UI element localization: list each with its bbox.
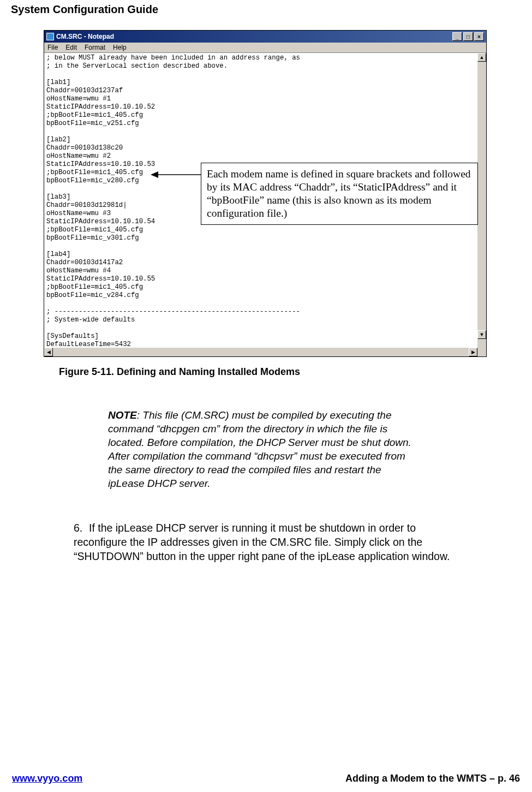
- maximize-button[interactable]: □: [463, 32, 473, 41]
- note-body: : This file (CM.SRC) must be compiled by…: [108, 409, 411, 489]
- notepad-window-title: CM.SRC - Notepad: [56, 33, 114, 40]
- footer-link[interactable]: www.vyyo.com: [12, 773, 82, 784]
- menu-edit[interactable]: Edit: [65, 44, 77, 51]
- figure-caption: Figure 5-11. Defining and Naming Install…: [59, 366, 300, 378]
- menu-format[interactable]: Format: [85, 44, 105, 51]
- note-label: NOTE: [108, 409, 137, 421]
- menu-help[interactable]: Help: [113, 44, 127, 51]
- step-6-number: 6.: [74, 521, 89, 535]
- scroll-left-icon[interactable]: ◀: [44, 348, 53, 356]
- horizontal-scrollbar[interactable]: ◀ ▶: [44, 348, 486, 356]
- note-block: NOTE: This file (CM.SRC) must be compile…: [108, 408, 416, 490]
- notepad-app-icon: [46, 33, 54, 40]
- menu-file[interactable]: File: [47, 44, 58, 51]
- callout-text: Each modem name is defined in square bra…: [207, 168, 471, 219]
- step-6: 6.If the ipLease DHCP server is running …: [74, 521, 467, 563]
- step-6-text: If the ipLease DHCP server is running it…: [74, 522, 450, 562]
- notepad-titlebar: CM.SRC - Notepad _ □ ×: [44, 31, 486, 43]
- scroll-up-icon[interactable]: ▲: [477, 53, 486, 62]
- scroll-right-icon[interactable]: ▶: [469, 348, 477, 356]
- callout-annotation: Each modem name is defined in square bra…: [201, 163, 478, 225]
- scroll-down-icon[interactable]: ▼: [477, 330, 486, 339]
- minimize-button[interactable]: _: [452, 32, 462, 41]
- close-button[interactable]: ×: [474, 32, 484, 41]
- page-header-title: System Configuration Guide: [11, 3, 158, 16]
- vertical-scrollbar[interactable]: ▲ ▼: [477, 53, 486, 339]
- notepad-menubar: File Edit Format Help: [44, 43, 486, 53]
- footer-right: Adding a Modem to the WMTS – p. 46: [345, 773, 520, 784]
- page-footer: www.vyyo.com Adding a Modem to the WMTS …: [0, 773, 532, 784]
